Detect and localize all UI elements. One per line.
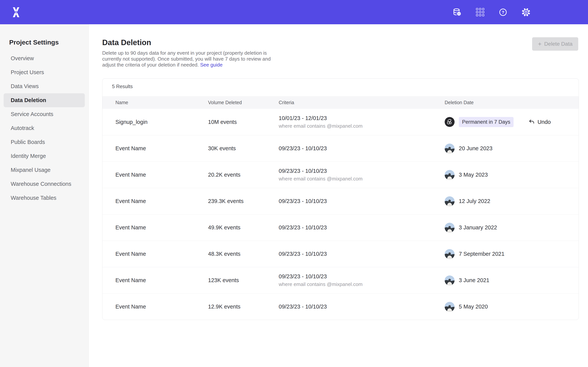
criteria-filter: where email contains @mixpanel.com <box>279 176 445 182</box>
data-management-icon[interactable] <box>452 8 462 17</box>
user-avatar <box>445 249 455 259</box>
cell-deletion-date: 7 September 2021 <box>445 249 579 259</box>
deletion-date-text: 3 June 2021 <box>459 277 489 284</box>
user-avatar <box>445 117 455 127</box>
description-line: adjust the criteria of your deletion if … <box>102 62 579 68</box>
sidebar-nav: OverviewProject UsersData ViewsData Dele… <box>0 51 89 205</box>
cell-event-name: Event Name <box>115 145 208 151</box>
cell-criteria: 10/01/23 - 12/01/23where email contains … <box>279 115 445 129</box>
deletion-table-card: 5 Results Name Volume Deleted Criteria D… <box>102 78 579 320</box>
cell-event-name: Event Name <box>115 251 208 257</box>
cell-event-name: Event Name <box>115 198 208 204</box>
cell-criteria: 09/23/23 - 10/10/23 <box>279 198 445 204</box>
cell-deletion-date: 20 June 2023 <box>445 143 579 153</box>
table-row: Event Name49.9K events09/23/23 - 10/10/2… <box>102 214 579 241</box>
user-avatar <box>445 275 455 285</box>
cell-event-name: Event Name <box>115 304 208 310</box>
mixpanel-logo[interactable] <box>12 7 20 17</box>
see-guide-link[interactable]: See guide <box>200 62 223 68</box>
undo-icon <box>528 119 535 125</box>
cell-criteria: 09/23/23 - 10/10/23 <box>279 225 445 231</box>
cell-criteria: 09/23/23 - 10/10/23where email contains … <box>279 273 445 287</box>
status-badge: Permanent in 7 Days <box>459 117 514 127</box>
svg-text:?: ? <box>502 10 504 15</box>
cell-event-name: Event Name <box>115 277 208 284</box>
deletion-date-text: 3 May 2023 <box>459 172 488 178</box>
sidebar-item-identity-merge[interactable]: Identity Merge <box>4 149 85 163</box>
table-row: Event Name239.3K events09/23/23 - 10/10/… <box>102 188 579 214</box>
column-header-deletion-date: Deletion Date <box>445 100 579 105</box>
criteria-date-range: 09/23/23 - 10/10/23 <box>279 304 445 310</box>
page-header: Data Deletion Delete up to 90 days data … <box>102 38 579 68</box>
cell-deletion-date: 3 January 2022 <box>445 223 579 233</box>
cell-criteria: 09/23/23 - 10/10/23 <box>279 304 445 310</box>
user-avatar <box>445 223 455 233</box>
user-avatar <box>445 170 455 180</box>
column-header-name: Name <box>115 100 208 105</box>
deletion-date-text: 20 June 2023 <box>459 145 493 151</box>
cell-deletion-date: 5 May 2020 <box>445 302 579 312</box>
cell-volume-deleted: 48.3K events <box>208 251 279 257</box>
description-line: Delete up to 90 days data for any event … <box>102 50 579 56</box>
cell-volume-deleted: 49.9K events <box>208 225 279 231</box>
sidebar-item-warehouse-tables[interactable]: Warehouse Tables <box>4 191 85 205</box>
sidebar-item-data-views[interactable]: Data Views <box>4 79 85 93</box>
grid-squares <box>476 8 484 16</box>
cell-event-name: Event Name <box>115 172 208 178</box>
deletion-date-text: 5 May 2020 <box>459 304 488 310</box>
criteria-date-range: 09/23/23 - 10/10/23 <box>279 168 445 174</box>
sidebar-item-project-users[interactable]: Project Users <box>4 65 85 79</box>
sidebar-item-public-boards[interactable]: Public Boards <box>4 135 85 149</box>
cell-criteria: 09/23/23 - 10/10/23 <box>279 251 445 257</box>
user-avatar <box>445 143 455 153</box>
sidebar-item-autotrack[interactable]: Autotrack <box>4 121 85 135</box>
help-icon[interactable]: ? <box>498 8 508 17</box>
sidebar-item-data-deletion[interactable]: Data Deletion <box>4 93 85 107</box>
undo-label: Undo <box>537 119 551 125</box>
cell-event-name: Event Name <box>115 225 208 231</box>
criteria-date-range: 09/23/23 - 10/10/23 <box>279 225 445 231</box>
cell-event-name: Signup_login <box>115 119 208 125</box>
criteria-date-range: 09/23/23 - 10/10/23 <box>279 198 445 204</box>
sidebar-item-mixpanel-usage[interactable]: Mixpanel Usage <box>4 163 85 177</box>
delete-data-button[interactable]: + Delete Data <box>532 37 578 51</box>
page-title: Data Deletion <box>102 38 579 47</box>
undo-button[interactable]: Undo <box>528 119 551 125</box>
results-count: 5 Results <box>102 79 579 96</box>
cell-volume-deleted: 10M events <box>208 119 279 125</box>
topbar-icon-group: ? <box>452 8 531 17</box>
cell-volume-deleted: 239.3K events <box>208 198 279 204</box>
cell-volume-deleted: 12.9K events <box>208 304 279 310</box>
cell-volume-deleted: 123K events <box>208 277 279 284</box>
criteria-date-range: 09/23/23 - 10/10/23 <box>279 145 445 151</box>
sidebar-item-overview[interactable]: Overview <box>4 51 85 65</box>
table-row: Event Name30K events09/23/23 - 10/10/232… <box>102 135 579 161</box>
column-header-volume: Volume Deleted <box>208 100 279 105</box>
cell-criteria: 09/23/23 - 10/10/23 <box>279 145 445 151</box>
sidebar-item-warehouse-connections[interactable]: Warehouse Connections <box>4 177 85 191</box>
sidebar-item-service-accounts[interactable]: Service Accounts <box>4 107 85 121</box>
top-navigation-bar: ? <box>0 0 588 24</box>
cell-volume-deleted: 30K events <box>208 145 279 151</box>
deletion-date-text: 7 September 2021 <box>459 251 505 257</box>
plus-icon: + <box>538 41 542 47</box>
sidebar-title: Project Settings <box>9 39 89 46</box>
criteria-date-range: 09/23/23 - 10/10/23 <box>279 273 445 280</box>
table-row: Signup_login10M events10/01/23 - 12/01/2… <box>102 109 579 135</box>
deletion-date-text: 3 January 2022 <box>459 225 497 231</box>
criteria-filter: where email contains @mixpanel.com <box>279 281 445 287</box>
table-row: Event Name123K events09/23/23 - 10/10/23… <box>102 267 579 293</box>
table-header-row: Name Volume Deleted Criteria Deletion Da… <box>102 96 579 109</box>
user-avatar <box>445 302 455 312</box>
apps-grid-icon[interactable] <box>476 8 485 17</box>
cell-criteria: 09/23/23 - 10/10/23where email contains … <box>279 168 445 182</box>
page-description: Delete up to 90 days data for any event … <box>102 50 579 68</box>
table-row: Event Name12.9K events09/23/23 - 10/10/2… <box>102 293 579 320</box>
cell-deletion-date: 3 June 2021 <box>445 275 579 285</box>
column-header-criteria: Criteria <box>279 100 445 105</box>
settings-gear-icon[interactable] <box>521 8 531 17</box>
table-row: Event Name20.2K events09/23/23 - 10/10/2… <box>102 161 579 188</box>
cell-deletion-date: 12 July 2022 <box>445 196 579 206</box>
criteria-date-range: 09/23/23 - 10/10/23 <box>279 251 445 257</box>
table-body: Signup_login10M events10/01/23 - 12/01/2… <box>102 109 579 320</box>
